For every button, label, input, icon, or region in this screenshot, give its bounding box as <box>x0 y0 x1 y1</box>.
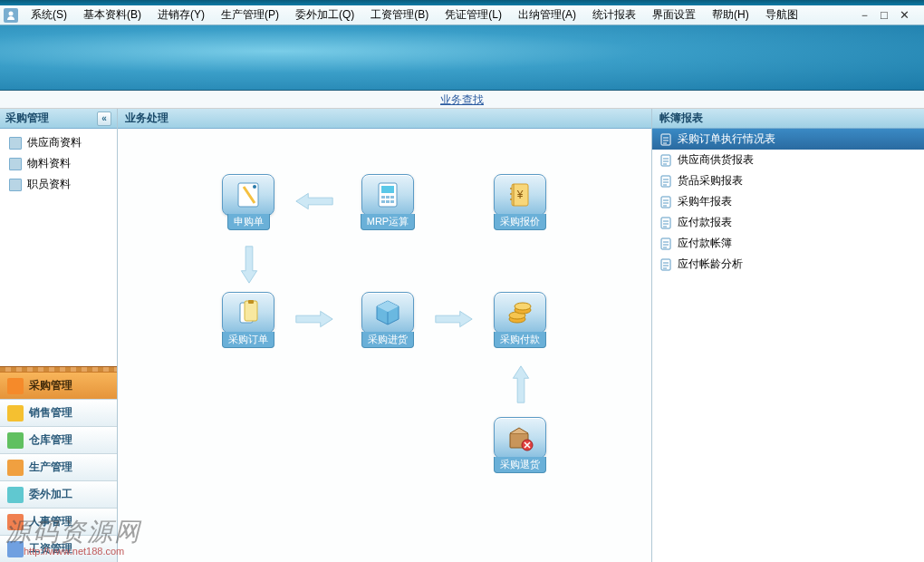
module-icon <box>7 378 24 394</box>
module-icon <box>7 487 24 503</box>
nav-stack-item[interactable]: 委外加工 <box>0 480 117 508</box>
report-item[interactable]: 应付帐龄分析 <box>652 254 924 275</box>
svg-rect-18 <box>248 300 254 304</box>
flow-node-req[interactable]: 申购单 <box>220 174 276 230</box>
reports-header: 帐簿报表 <box>652 109 924 129</box>
clipboard-icon <box>222 292 274 334</box>
flow-node-ret[interactable]: 采购退货 <box>492 417 548 473</box>
svg-rect-17 <box>245 301 257 321</box>
svg-rect-9 <box>386 200 390 203</box>
sidebar-item[interactable]: 职员资料 <box>0 174 117 195</box>
menu-item[interactable]: 凭证管理(L) <box>438 5 509 24</box>
nav-stack-item[interactable]: 采购管理 <box>0 372 117 399</box>
report-item[interactable]: 供应商供货报表 <box>652 150 924 170</box>
sidebar: 采购管理 « 供应商资料物料资料职员资料 采购管理销售管理仓库管理生产管理委外加… <box>0 109 118 562</box>
report-icon <box>659 237 672 250</box>
nav-stack-item[interactable]: 工资管理 <box>0 535 117 562</box>
menu-item[interactable]: 统计报表 <box>585 5 643 24</box>
price-book-icon: ¥ <box>494 174 546 216</box>
report-item[interactable]: 货品采购报表 <box>652 170 924 191</box>
svg-rect-7 <box>390 196 394 199</box>
report-icon <box>659 258 672 271</box>
report-icon <box>659 133 672 146</box>
flow-arrow <box>432 308 476 330</box>
svg-rect-4 <box>381 186 394 193</box>
banner <box>0 25 924 91</box>
module-icon <box>7 405 24 422</box>
nav-stack-item[interactable]: 生产管理 <box>0 453 117 480</box>
report-item[interactable]: 采购订单执行情况表 <box>652 129 924 150</box>
package-in-icon <box>361 292 414 334</box>
sidebar-header: 采购管理 « <box>0 109 117 129</box>
top-link-bar: 业务查找 <box>0 91 924 109</box>
svg-rect-10 <box>390 200 394 203</box>
collapse-sidebar-button[interactable]: « <box>97 111 111 126</box>
svg-point-12 <box>510 188 512 189</box>
menu-item[interactable]: 生产管理(P) <box>214 5 286 24</box>
menu-bar: 系统(S)基本资料(B)进销存(Y)生产管理(P)委外加工(Q)工资管理(B)凭… <box>0 5 924 25</box>
flow-arrow <box>238 243 260 286</box>
menu-item[interactable]: 界面设置 <box>645 5 703 24</box>
restore-button[interactable]: □ <box>877 9 891 22</box>
menu-item[interactable]: 工资管理(B) <box>363 5 436 24</box>
menu-item[interactable]: 委外加工(Q) <box>288 5 361 24</box>
return-box-icon <box>494 417 546 459</box>
document-icon <box>9 158 22 170</box>
svg-point-2 <box>253 185 256 189</box>
notepad-icon <box>222 174 274 216</box>
close-button[interactable]: ✕ <box>897 9 911 22</box>
menu-item[interactable]: 进销存(Y) <box>150 5 212 24</box>
flow-arrow <box>293 190 336 212</box>
sidebar-title: 采购管理 <box>5 111 49 126</box>
module-icon <box>7 514 24 530</box>
module-icon <box>7 432 24 449</box>
business-search-link[interactable]: 业务查找 <box>440 93 484 106</box>
svg-rect-8 <box>381 200 385 203</box>
svg-point-22 <box>515 303 531 310</box>
coins-icon <box>494 292 546 334</box>
report-icon <box>659 217 672 229</box>
svg-point-14 <box>510 199 512 200</box>
document-icon <box>9 137 22 150</box>
svg-point-0 <box>9 11 14 15</box>
module-icon <box>7 541 24 557</box>
sidebar-item[interactable]: 供应商资料 <box>0 132 117 153</box>
menu-item[interactable]: 出纳管理(A) <box>511 5 583 24</box>
report-item[interactable]: 应付款报表 <box>652 212 924 233</box>
business-ops-header: 业务处理 <box>118 109 651 129</box>
nav-stack-item[interactable]: 人事管理 <box>0 508 117 535</box>
flow-node-mrp[interactable]: MRP运算 <box>360 174 416 230</box>
nav-stack-item[interactable]: 仓库管理 <box>0 426 117 453</box>
flow-node-order[interactable]: 采购订单 <box>220 292 276 348</box>
flow-arrow <box>293 308 336 330</box>
flow-arrow <box>510 363 532 406</box>
menu-item[interactable]: 系统(S) <box>24 5 74 24</box>
calculator-icon <box>361 174 414 216</box>
menu-item[interactable]: 导航图 <box>758 5 805 24</box>
svg-text:¥: ¥ <box>516 189 524 201</box>
flow-canvas: 申购单 MRP运算 ¥ 采购报价 采购订单 <box>118 129 651 562</box>
app-icon <box>4 8 18 23</box>
svg-rect-6 <box>386 196 390 199</box>
report-icon <box>659 154 672 167</box>
nav-stack-item[interactable]: 销售管理 <box>0 399 117 426</box>
report-icon <box>659 175 672 188</box>
document-icon <box>9 179 22 191</box>
svg-rect-5 <box>381 196 385 199</box>
report-item[interactable]: 采购年报表 <box>652 191 924 212</box>
svg-point-13 <box>510 193 512 195</box>
flow-node-pay[interactable]: 采购付款 <box>492 292 548 348</box>
sidebar-item[interactable]: 物料资料 <box>0 153 117 174</box>
report-item[interactable]: 应付款帐簿 <box>652 233 924 254</box>
minimize-button[interactable]: － <box>857 9 871 22</box>
flow-node-in[interactable]: 采购进货 <box>360 292 416 348</box>
module-icon <box>7 460 24 476</box>
flow-node-quote[interactable]: ¥ 采购报价 <box>492 174 548 230</box>
menu-item[interactable]: 基本资料(B) <box>76 5 149 24</box>
menu-item[interactable]: 帮助(H) <box>705 5 756 24</box>
report-icon <box>659 196 672 208</box>
